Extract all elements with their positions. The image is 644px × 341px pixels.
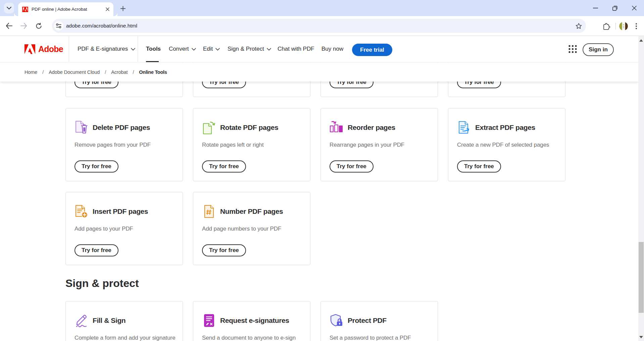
tool-card-reorder-pages[interactable]: Reorder pages Rearrange pages in your PD… bbox=[320, 108, 438, 181]
nav-tab-edit[interactable]: Edit bbox=[203, 36, 220, 62]
tab-title: PDF online | Adobe Acrobat bbox=[32, 7, 102, 12]
card-description: Add pages to your PDF bbox=[75, 226, 133, 232]
protect-pdf-icon bbox=[330, 313, 344, 328]
new-tab-button[interactable] bbox=[118, 4, 128, 13]
sign-in-label: Sign in bbox=[589, 46, 608, 53]
window-minimize-button[interactable] bbox=[586, 0, 605, 16]
try-for-free-button[interactable]: Try for free bbox=[202, 160, 246, 173]
try-for-free-button[interactable]: Try for free bbox=[457, 160, 501, 173]
tool-card-rotate-pdf-pages[interactable]: Rotate PDF pages Rotate pages left or ri… bbox=[193, 108, 310, 181]
try-for-free-button[interactable]: Try for free bbox=[330, 160, 374, 173]
browser-tab[interactable]: PDF online | Adobe Acrobat bbox=[18, 2, 113, 16]
breadcrumb-home[interactable]: Home bbox=[24, 69, 37, 75]
breadcrumb-separator: / bbox=[133, 69, 134, 75]
adobe-brand[interactable]: Adobe bbox=[24, 36, 63, 62]
address-bar[interactable]: adobe.com/acrobat/online.html bbox=[52, 19, 586, 33]
chevron-down-icon bbox=[267, 48, 271, 51]
url-text[interactable]: adobe.com/acrobat/online.html bbox=[66, 23, 574, 29]
sign-in-button[interactable]: Sign in bbox=[583, 43, 614, 56]
reload-button[interactable] bbox=[33, 20, 44, 32]
try-for-free-button[interactable]: Try for free bbox=[75, 244, 118, 256]
number-pdf-pages-icon bbox=[202, 204, 216, 218]
page-viewport: Try for free Try for free Try for free T… bbox=[0, 36, 638, 341]
category-menu-label: PDF & E-signatures bbox=[78, 46, 128, 52]
active-tab-underline bbox=[146, 61, 159, 62]
nav-label: Edit bbox=[203, 46, 213, 52]
tab-search-button[interactable] bbox=[4, 3, 14, 13]
nav-label: Convert bbox=[169, 46, 189, 52]
avatar-image bbox=[619, 22, 628, 31]
puzzle-icon bbox=[603, 22, 610, 30]
cards-row-sign-protect: Fill & Sign Complete a form and add your… bbox=[65, 301, 438, 341]
card-description: Add page numbers to your PDF bbox=[202, 226, 281, 232]
page-scrollbar[interactable] bbox=[638, 36, 644, 341]
tool-card-protect-pdf[interactable]: Protect PDF Set a password to protect a … bbox=[320, 301, 438, 341]
card-title: Rotate PDF pages bbox=[220, 124, 278, 132]
nav-label: Tools bbox=[146, 46, 161, 52]
tool-card-number-pdf-pages[interactable]: Number PDF pages Add page numbers to you… bbox=[193, 192, 310, 265]
chevron-down-icon bbox=[192, 48, 196, 51]
nav-label: Sign & Protect bbox=[228, 46, 264, 52]
button-label: Try for free bbox=[82, 247, 111, 254]
card-title: Extract PDF pages bbox=[475, 124, 535, 132]
free-trial-button[interactable]: Free trial bbox=[352, 44, 392, 56]
request-e-signatures-icon bbox=[202, 313, 216, 328]
card-description: Send a document to anyone to e-sign bbox=[202, 335, 296, 341]
tab-close-button[interactable] bbox=[105, 7, 110, 12]
header-divider bbox=[138, 36, 138, 62]
bookmark-star-button[interactable] bbox=[574, 21, 583, 31]
scrollbar-up-arrow[interactable] bbox=[638, 38, 644, 43]
adobe-logo-icon bbox=[24, 44, 35, 54]
card-title: Reorder pages bbox=[348, 124, 395, 132]
card-description: Remove pages from your PDF bbox=[75, 142, 151, 148]
nav-tab-buy-now[interactable]: Buy now bbox=[321, 36, 343, 62]
reorder-pages-icon bbox=[330, 120, 344, 135]
nav-tab-chat-with-pdf[interactable]: Chat with PDF bbox=[278, 36, 314, 62]
star-icon bbox=[576, 23, 582, 29]
try-for-free-button[interactable]: Try for free bbox=[202, 244, 246, 256]
card-title: Protect PDF bbox=[348, 316, 387, 325]
apps-grid-icon[interactable] bbox=[568, 45, 577, 53]
cards-row-organize-2: Insert PDF pages Add pages to your PDF T… bbox=[65, 192, 310, 265]
toolbar-divider bbox=[615, 23, 616, 30]
breadcrumb-online-tools: Online Tools bbox=[139, 69, 167, 75]
tool-card-delete-pdf-pages[interactable]: Delete PDF pages Remove pages from your … bbox=[65, 108, 183, 181]
browser-window: PDF online | Adobe Acrobat bbox=[0, 0, 644, 341]
card-description: Rotate pages left or right bbox=[202, 142, 264, 148]
window-controls bbox=[586, 0, 644, 16]
card-title: Fill & Sign bbox=[93, 316, 126, 325]
breadcrumb-adobe-document-cloud[interactable]: Adobe Document Cloud bbox=[49, 69, 100, 75]
window-close-button[interactable] bbox=[625, 0, 644, 16]
button-label: Try for free bbox=[209, 247, 239, 254]
site-info-button[interactable] bbox=[54, 21, 63, 31]
forward-button[interactable] bbox=[18, 20, 30, 32]
nav-tab-tools[interactable]: Tools bbox=[146, 36, 161, 62]
triangle-down-icon bbox=[639, 336, 643, 338]
fill-sign-icon bbox=[75, 313, 89, 328]
close-icon bbox=[632, 6, 637, 10]
triangle-up-icon bbox=[639, 39, 643, 42]
back-button[interactable] bbox=[3, 20, 15, 32]
scrollbar-thumb[interactable] bbox=[639, 242, 644, 313]
chevron-down-icon bbox=[131, 48, 135, 51]
extensions-button[interactable] bbox=[601, 21, 611, 31]
nav-tab-convert[interactable]: Convert bbox=[169, 36, 196, 62]
kebab-menu-icon bbox=[636, 23, 637, 29]
profile-avatar[interactable] bbox=[619, 22, 628, 31]
nav-tab-sign-protect[interactable]: Sign & Protect bbox=[228, 36, 271, 62]
scrollbar-down-arrow[interactable] bbox=[638, 334, 644, 340]
try-for-free-button[interactable]: Try for free bbox=[75, 160, 118, 173]
breadcrumb-acrobat[interactable]: Acrobat bbox=[111, 69, 128, 75]
tool-card-request-e-signatures[interactable]: Request e-signatures Send a document to … bbox=[193, 301, 310, 341]
button-label: Try for free bbox=[209, 163, 239, 170]
close-icon bbox=[106, 7, 109, 11]
browser-menu-button[interactable] bbox=[632, 22, 641, 31]
category-menu-pdf-e-signatures[interactable]: PDF & E-signatures bbox=[78, 36, 135, 62]
tab-strip: PDF online | Adobe Acrobat bbox=[0, 0, 644, 16]
adobe-favicon-icon bbox=[22, 7, 28, 12]
tool-card-insert-pdf-pages[interactable]: Insert PDF pages Add pages to your PDF T… bbox=[65, 192, 183, 265]
forward-arrow-icon bbox=[20, 23, 27, 29]
tool-card-fill-sign[interactable]: Fill & Sign Complete a form and add your… bbox=[65, 301, 183, 341]
tool-card-extract-pdf-pages[interactable]: Extract PDF pages Create a new PDF of se… bbox=[448, 108, 565, 181]
window-restore-button[interactable] bbox=[605, 0, 625, 16]
